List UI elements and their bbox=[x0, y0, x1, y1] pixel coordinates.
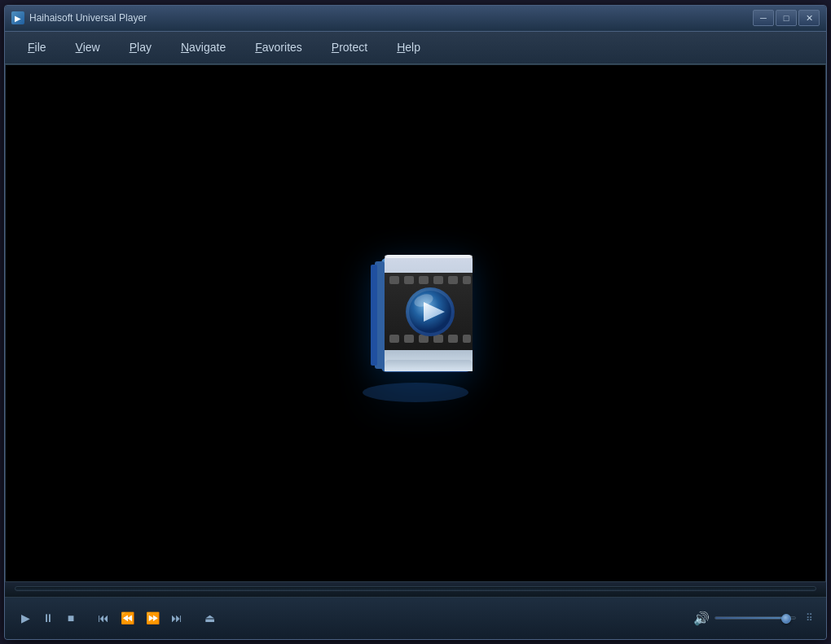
volume-fill bbox=[715, 617, 783, 619]
grid-icon: ⠿ bbox=[802, 609, 816, 627]
media-placeholder-icon bbox=[318, 226, 513, 421]
window-title: Haihaisoft Universal Player bbox=[29, 12, 753, 24]
svg-rect-13 bbox=[404, 335, 414, 343]
window-controls: ─ □ ✕ bbox=[753, 10, 820, 26]
title-bar: ▶ Haihaisoft Universal Player ─ □ ✕ bbox=[5, 6, 826, 32]
svg-rect-9 bbox=[433, 276, 443, 284]
menu-help[interactable]: Help bbox=[382, 36, 435, 59]
menu-play[interactable]: Play bbox=[115, 36, 166, 59]
play-button[interactable]: ▶ bbox=[15, 608, 36, 628]
menu-view[interactable]: View bbox=[61, 36, 115, 59]
svg-rect-8 bbox=[419, 276, 429, 284]
svg-point-0 bbox=[363, 383, 468, 402]
svg-rect-11 bbox=[463, 276, 471, 284]
volume-slider[interactable] bbox=[714, 616, 796, 620]
volume-icon[interactable]: 🔊 bbox=[693, 611, 710, 626]
svg-rect-12 bbox=[389, 335, 399, 343]
svg-rect-17 bbox=[463, 335, 471, 343]
controls-bar: ▶ ⏸ ■ ⏮ ⏪ ⏩ ⏭ ⏏ 🔊 ⠿ bbox=[5, 597, 826, 639]
close-button[interactable]: ✕ bbox=[798, 10, 820, 26]
prev-button[interactable]: ⏮ bbox=[93, 608, 114, 628]
svg-rect-3 bbox=[371, 265, 377, 366]
menu-file[interactable]: File bbox=[13, 36, 61, 59]
menu-protect[interactable]: Protect bbox=[317, 36, 382, 59]
rewind-button[interactable]: ⏪ bbox=[116, 608, 139, 628]
svg-rect-24 bbox=[385, 255, 473, 258]
svg-rect-6 bbox=[389, 276, 399, 284]
application-window: ▶ Haihaisoft Universal Player ─ □ ✕ File… bbox=[4, 5, 827, 640]
volume-area: 🔊 bbox=[693, 611, 796, 626]
pause-button[interactable]: ⏸ bbox=[37, 608, 59, 628]
playback-controls: ▶ ⏸ ■ ⏮ ⏪ ⏩ ⏭ ⏏ bbox=[15, 608, 693, 628]
progress-track[interactable] bbox=[15, 586, 816, 591]
next-button[interactable]: ⏭ bbox=[166, 608, 187, 628]
svg-rect-16 bbox=[448, 335, 458, 343]
svg-rect-7 bbox=[404, 276, 414, 284]
svg-rect-23 bbox=[385, 360, 473, 371]
forward-button[interactable]: ⏩ bbox=[141, 608, 165, 628]
menu-bar: File View Play Navigate Favorites Protec… bbox=[5, 32, 826, 64]
eject-button[interactable]: ⏏ bbox=[199, 608, 220, 628]
svg-rect-15 bbox=[433, 335, 443, 343]
volume-knob[interactable] bbox=[781, 614, 791, 624]
app-icon: ▶ bbox=[11, 11, 24, 24]
minimize-button[interactable]: ─ bbox=[753, 10, 774, 26]
stop-button[interactable]: ■ bbox=[60, 608, 81, 628]
menu-navigate[interactable]: Navigate bbox=[166, 36, 240, 59]
progress-area[interactable] bbox=[5, 582, 826, 597]
volume-controls: 🔊 ⠿ bbox=[693, 609, 816, 627]
maximize-button[interactable]: □ bbox=[776, 10, 797, 26]
svg-rect-10 bbox=[448, 276, 458, 284]
menu-favorites[interactable]: Favorites bbox=[240, 36, 317, 59]
video-area[interactable] bbox=[5, 64, 826, 582]
